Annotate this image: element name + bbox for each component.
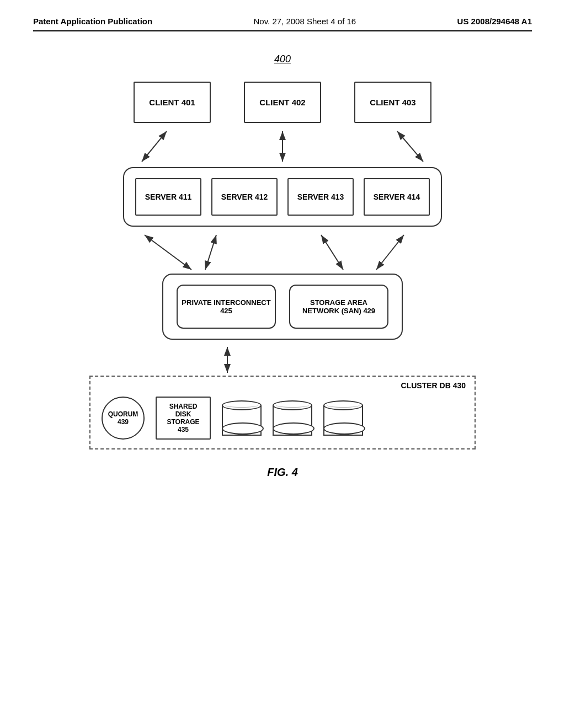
- cylinder-3: [323, 400, 363, 436]
- quorum-label: QUORUM 439: [108, 410, 138, 426]
- cylinder-3-top: [323, 400, 363, 410]
- arrows-servers-to-interconnect: [89, 232, 476, 274]
- private-interconnect-box: PRIVATE INTERCONNECT 425: [177, 285, 276, 329]
- server-414-box: SERVER 414: [364, 178, 430, 216]
- diagram-container: 400 CLIENT 401 CLIENT 402 CLIENT 403: [33, 53, 532, 479]
- page: Patent Application Publication Nov. 27, …: [0, 0, 565, 728]
- interconnect-group: PRIVATE INTERCONNECT 425 STORAGE AREA NE…: [162, 274, 403, 340]
- server-411-box: SERVER 411: [135, 178, 201, 216]
- cylinder-2: [273, 400, 312, 436]
- clients-row: CLIENT 401 CLIENT 402 CLIENT 403: [134, 82, 431, 123]
- server-413-box: SERVER 413: [287, 178, 354, 216]
- client-402-box: CLIENT 402: [244, 82, 321, 123]
- server-412-box: SERVER 412: [211, 178, 278, 216]
- header-left: Patent Application Publication: [33, 17, 152, 26]
- san-label: STORAGE AREA NETWORK (SAN) 429: [302, 298, 375, 315]
- svg-line-9: [321, 235, 343, 270]
- svg-line-2: [142, 131, 167, 162]
- figure-caption: FIG. 4: [267, 466, 298, 479]
- servers-group: SERVER 411 SERVER 412 SERVER 413 SERVER …: [123, 167, 442, 227]
- arrows-svg-2: [89, 232, 476, 274]
- arrows-inter-to-cluster: [89, 345, 476, 376]
- cylinder-1: [222, 400, 262, 436]
- client-403-box: CLIENT 403: [354, 82, 431, 123]
- header-right: US 2008/294648 A1: [457, 17, 532, 26]
- cluster-db-container: CLUSTER DB 430 QUORUM 439 SHARED DISK ST…: [89, 376, 476, 449]
- arrows-svg-1: [89, 129, 476, 167]
- figure-number-top: 400: [274, 53, 291, 65]
- client-401-box: CLIENT 401: [134, 82, 211, 123]
- server-414-label: SERVER 414: [374, 192, 420, 201]
- patent-header: Patent Application Publication Nov. 27, …: [33, 17, 532, 31]
- client-403-label: CLIENT 403: [370, 98, 415, 107]
- shared-disk-storage-box: SHARED DISK STORAGE 435: [156, 397, 211, 440]
- arrows-svg-3: [89, 345, 476, 376]
- server-411-label: SERVER 411: [145, 192, 192, 201]
- header-center: Nov. 27, 2008 Sheet 4 of 16: [254, 17, 356, 26]
- cluster-db-label: CLUSTER DB 430: [401, 381, 466, 390]
- svg-line-10: [376, 235, 404, 270]
- client-401-label: CLIENT 401: [149, 98, 195, 107]
- svg-line-8: [205, 235, 216, 270]
- san-box: STORAGE AREA NETWORK (SAN) 429: [289, 285, 388, 329]
- cluster-db-inner: QUORUM 439 SHARED DISK STORAGE 435: [102, 386, 463, 440]
- arrows-clients-to-servers: [89, 129, 476, 167]
- cylinder-2-top: [273, 400, 312, 410]
- server-413-label: SERVER 413: [297, 192, 344, 201]
- quorum-box: QUORUM 439: [102, 397, 145, 440]
- shared-disk-label: SHARED DISK STORAGE 435: [167, 403, 199, 433]
- svg-line-4: [397, 131, 423, 162]
- svg-line-7: [145, 235, 191, 270]
- cylinder-1-top: [222, 400, 262, 410]
- private-interconnect-label: PRIVATE INTERCONNECT 425: [182, 298, 270, 315]
- client-402-label: CLIENT 402: [259, 98, 305, 107]
- server-412-label: SERVER 412: [221, 192, 268, 201]
